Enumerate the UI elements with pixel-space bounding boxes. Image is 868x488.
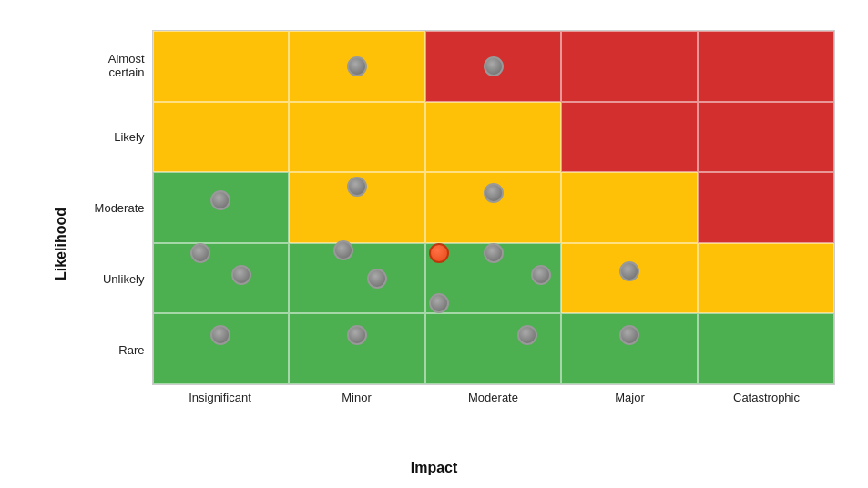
cell-r4-c4 — [698, 313, 834, 384]
cell-r3-c4 — [698, 243, 834, 314]
risk-dot — [517, 325, 537, 345]
cell-r1-c2 — [425, 102, 562, 173]
grid-wrapper: Almost certainLikelyModerateUnlikelyRare… — [97, 30, 835, 422]
risk-grid — [152, 30, 835, 385]
y-axis-label: Likelihood — [53, 208, 69, 280]
risk-dot — [484, 243, 504, 263]
chart-container: Likelihood Impact Almost certainLikelyMo… — [25, 12, 844, 476]
cell-r1-c4 — [698, 102, 834, 173]
cell-r3-c0 — [153, 243, 290, 314]
risk-dot — [619, 261, 639, 281]
y-tick-label: Almost certain — [97, 30, 152, 101]
risk-dot — [333, 240, 353, 260]
cell-r3-c1 — [289, 243, 425, 314]
x-tick-label: Moderate — [425, 385, 562, 422]
risk-dot — [347, 56, 367, 76]
risk-dot — [190, 243, 210, 263]
cell-r0-c0 — [153, 31, 290, 102]
x-tick-labels: InsignificantMinorModerateMajorCatastrop… — [152, 385, 835, 422]
y-tick-labels: Almost certainLikelyModerateUnlikelyRare — [97, 30, 152, 385]
cell-r1-c1 — [289, 102, 425, 173]
x-axis-label: Impact — [411, 460, 458, 476]
risk-dot — [484, 56, 504, 76]
risk-dot — [210, 325, 230, 345]
risk-dot — [484, 183, 504, 203]
cell-r0-c4 — [698, 31, 834, 102]
risk-dot — [210, 190, 230, 210]
y-tick-label: Unlikely — [97, 243, 152, 314]
risk-dot — [429, 293, 449, 313]
risk-dot — [531, 265, 551, 285]
x-tick-label: Insignificant — [152, 385, 289, 422]
x-tick-label: Major — [562, 385, 699, 422]
y-tick-label: Moderate — [97, 172, 152, 243]
cell-r4-c2 — [425, 313, 562, 384]
y-tick-label: Rare — [97, 314, 152, 385]
cell-r2-c4 — [698, 172, 834, 243]
cell-r2-c3 — [561, 172, 698, 243]
cell-r0-c3 — [561, 31, 698, 102]
cell-r1-c3 — [561, 102, 698, 173]
risk-dot — [347, 177, 367, 197]
y-tick-label: Likely — [97, 101, 152, 172]
risk-dot — [231, 265, 251, 285]
risk-dot — [619, 325, 639, 345]
risk-dot — [429, 243, 449, 263]
risk-dot — [347, 325, 367, 345]
risk-dot — [367, 269, 387, 289]
x-tick-label: Minor — [289, 385, 425, 422]
x-tick-label: Catastrophic — [699, 385, 835, 422]
cell-r1-c0 — [153, 102, 290, 173]
